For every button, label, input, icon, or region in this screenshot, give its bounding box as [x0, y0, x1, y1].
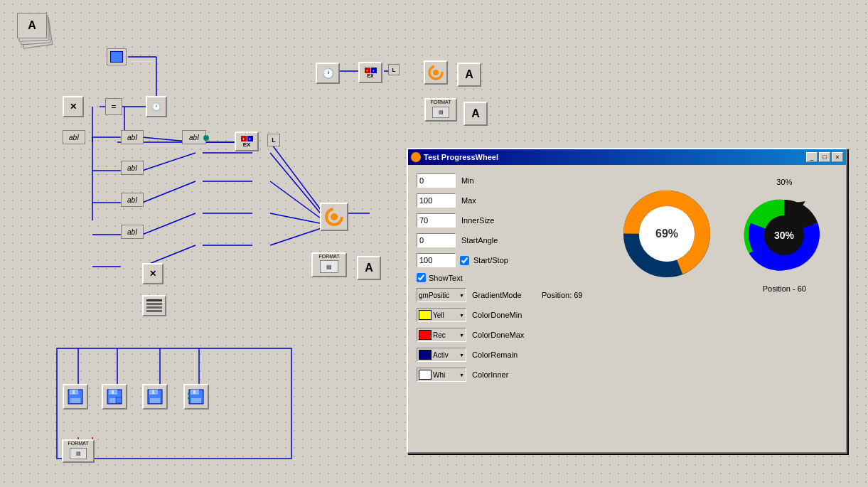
dialog-body: 0 Min 100 Max 70 InnerSize 0 StartAngle	[408, 165, 846, 396]
svg-line-41	[270, 181, 323, 220]
colorremain-swatch	[419, 350, 432, 360]
position-label: Position: 69	[542, 291, 582, 299]
colorremain-value: Activ	[433, 351, 449, 359]
format-node-bottom: FORMAT ▤	[62, 439, 95, 463]
list-node	[142, 295, 166, 316]
abi-node-1: abI	[121, 130, 144, 144]
showtext-checkbox[interactable]	[417, 273, 426, 282]
donut-section: 69%	[614, 173, 719, 387]
svg-line-42	[270, 213, 323, 224]
svg-line-35	[142, 153, 195, 171]
abi-standalone: abI	[63, 130, 85, 144]
min-row: 0 Min	[417, 173, 602, 188]
dialog-title-icon	[411, 152, 421, 162]
disk-node-2	[102, 384, 127, 410]
gradientmode-label: GradientMode	[472, 291, 522, 299]
dropdown-arrow-4: ▼	[459, 353, 464, 358]
abi-node-3: abI	[121, 193, 144, 207]
ex-node-1: + + EX	[235, 132, 259, 151]
colordonemax-row: Rec ▼ ColorDoneMax	[417, 328, 602, 342]
min-label: Min	[461, 176, 511, 185]
svg-rect-46	[146, 299, 162, 301]
colorinner-label: ColorInner	[472, 370, 522, 379]
colordonemin-dropdown[interactable]: Yell ▼	[417, 308, 466, 322]
colorinner-swatch	[419, 370, 432, 380]
orange-spinner-node-2	[424, 60, 448, 85]
l-connector-2: L	[388, 64, 400, 75]
startangle-input[interactable]: 0	[417, 233, 456, 247]
startstop-value-input[interactable]	[417, 253, 456, 267]
progress-wheel-dialog: Test ProgressWheel _ □ × 0 Min 100 Max 7…	[407, 148, 847, 454]
innersize-row: 70 InnerSize	[417, 213, 602, 228]
svg-line-43	[270, 228, 323, 245]
colordonemax-swatch	[419, 330, 432, 340]
ex-node-2: + + EX	[358, 62, 382, 83]
maximize-button[interactable]: □	[819, 152, 830, 162]
dialog-left-panel: 0 Min 100 Max 70 InnerSize 0 StartAngle	[417, 173, 602, 387]
disk-node-4	[183, 384, 209, 410]
svg-line-39	[270, 142, 323, 213]
startstop-row: Start/Stop	[417, 253, 602, 267]
orange-spinner-node	[320, 203, 348, 231]
startstop-checkbox[interactable]	[460, 256, 469, 265]
equals-node: =	[105, 98, 122, 115]
colorinner-value: Whi	[433, 371, 445, 379]
dialog-title-text: Test ProgressWheel	[424, 153, 498, 161]
colorinner-dropdown[interactable]: Whi ▼	[417, 368, 466, 382]
gradientmode-row: gmPositic ▼ GradientMode Position: 69	[417, 288, 602, 302]
colordonemin-label: ColorDoneMin	[472, 311, 522, 319]
colorremain-dropdown[interactable]: Activ ▼	[417, 348, 466, 362]
svg-rect-57	[112, 390, 114, 394]
min-input[interactable]: 0	[417, 173, 456, 188]
dropdown-arrow-5: ▼	[459, 373, 464, 378]
x-node-1: ✕	[63, 96, 84, 117]
colordonemax-dropdown[interactable]: Rec ▼	[417, 328, 466, 342]
dialog-controls: _ □ ×	[806, 152, 843, 162]
svg-line-36	[142, 181, 195, 203]
svg-rect-47	[146, 303, 162, 305]
showtext-label: ShowText	[429, 274, 463, 282]
clock-node-1: 🕐	[146, 96, 167, 117]
colorremain-row: Activ ▼ ColorRemain	[417, 348, 602, 362]
colordonemin-row: Yell ▼ ColorDoneMin	[417, 308, 602, 322]
max-label: Max	[461, 196, 511, 205]
max-input[interactable]: 100	[417, 193, 456, 208]
document-node	[107, 48, 127, 65]
colordonemax-label: ColorDoneMax	[472, 331, 524, 339]
stack-papers: A	[14, 13, 57, 52]
minimize-button[interactable]: _	[806, 152, 818, 162]
svg-point-67	[188, 392, 191, 395]
svg-rect-62	[152, 390, 154, 394]
disk-node-3	[142, 384, 168, 410]
showtext-row: ShowText	[417, 273, 602, 282]
colordonemax-value: Rec	[433, 331, 446, 339]
svg-rect-53	[73, 390, 75, 394]
svg-rect-65	[191, 398, 201, 403]
dropdown-arrow-3: ▼	[459, 333, 464, 338]
l-connector-1: L	[267, 134, 280, 146]
colordonemin-swatch	[419, 310, 432, 320]
svg-rect-66	[193, 390, 195, 394]
svg-rect-58	[116, 397, 122, 403]
dialog-titlebar: Test ProgressWheel _ □ ×	[408, 149, 846, 165]
svg-point-68	[188, 397, 191, 400]
svg-text:30%: 30%	[774, 230, 795, 241]
svg-point-70	[433, 70, 439, 75]
svg-text:69%: 69%	[655, 228, 678, 240]
startangle-row: 0 StartAngle	[417, 233, 602, 247]
format-node-top: FORMAT ▤	[424, 98, 457, 122]
abi-node-4: abI	[121, 225, 144, 239]
startstop-label: Start/Stop	[473, 256, 523, 264]
colorinner-row: Whi ▼ ColorInner	[417, 368, 602, 382]
svg-line-37	[142, 213, 195, 235]
svg-rect-52	[70, 398, 80, 403]
svg-rect-49	[146, 310, 162, 312]
close-button[interactable]: ×	[832, 152, 843, 162]
colorremain-label: ColorRemain	[472, 350, 522, 359]
abi-conn-1: abI	[182, 130, 206, 144]
innersize-input[interactable]: 70	[417, 213, 456, 228]
disk-node-1	[63, 384, 88, 410]
gradientmode-dropdown[interactable]: gmPositic ▼	[417, 288, 466, 302]
max-row: 100 Max	[417, 193, 602, 208]
dropdown-arrow-1: ▼	[459, 293, 464, 298]
